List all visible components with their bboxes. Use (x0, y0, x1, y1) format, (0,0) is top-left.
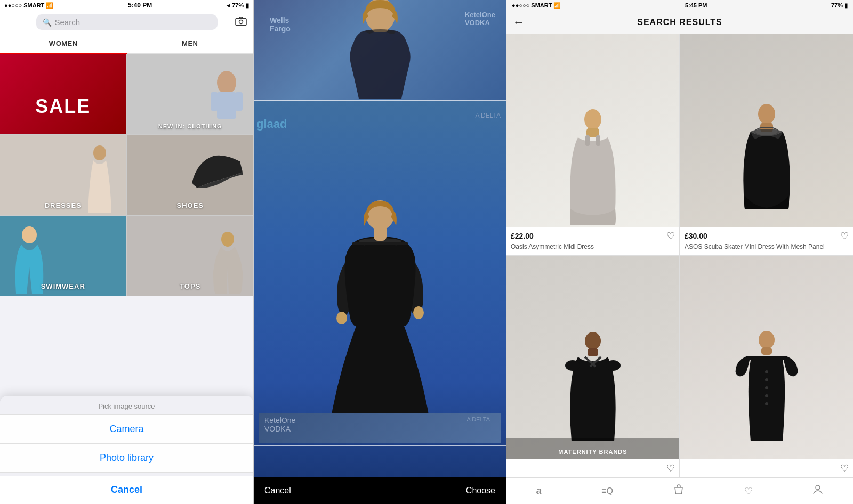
results-nav: ← SEARCH RESULTS (506, 11, 853, 34)
svg-point-8 (221, 232, 234, 247)
nav-search[interactable]: ≡Q (601, 486, 613, 496)
picker-cancel-button[interactable]: Cancel (264, 486, 291, 495)
result-price-1: £22.00 (511, 232, 534, 240)
svg-point-13 (336, 312, 347, 324)
panel3-search-results: ●●○○○ SMART 📶 5:45 PM 77% ▮ ← SEARCH RES… (506, 0, 853, 504)
result-name-1: Oasis Asymmetric Midi Dress (511, 243, 675, 251)
svg-point-38 (765, 402, 768, 405)
result-item-3[interactable]: MATERNITY BRANDS ♡ (506, 256, 679, 477)
modal-title: Pick image source (0, 396, 253, 415)
grid-item-dresses[interactable]: DRESSES (0, 135, 126, 215)
battery-icon-p3: ▮ (844, 2, 848, 9)
dresses-label: DRESSES (0, 201, 126, 209)
svg-rect-20 (585, 135, 590, 146)
bag-icon (673, 484, 685, 498)
wishlist-icon-4[interactable]: ♡ (840, 462, 849, 474)
svg-rect-15 (352, 242, 408, 245)
nav-bag[interactable] (673, 484, 685, 498)
result-info-1: £22.00 ♡ Oasis Asymmetric Midi Dress (506, 227, 679, 255)
result-item-1[interactable]: £22.00 ♡ Oasis Asymmetric Midi Dress (506, 34, 679, 255)
grid-item-sale[interactable]: SALE (0, 54, 126, 134)
svg-rect-5 (235, 92, 243, 111)
cancel-button[interactable]: Cancel (0, 476, 253, 504)
nav-account[interactable] (812, 484, 823, 498)
search-magnifier-icon: 🔍 (43, 18, 52, 27)
glaad-text: glaad (256, 117, 287, 131)
signal-dots-p3: ●●○○○ (512, 2, 529, 9)
result-info-3: ♡ (506, 459, 679, 477)
heart-nav-icon: ♡ (744, 485, 753, 497)
signal-dots: ●●○○○ (4, 2, 22, 9)
status-time: 5:40 PM (128, 2, 152, 9)
result-info-2: £30.00 ♡ ASOS Scuba Skater Mini Dress Wi… (680, 227, 853, 255)
account-icon (812, 484, 823, 498)
grid-item-shoes[interactable]: SHOES (127, 135, 254, 215)
status-carrier-p3: ●●○○○ SMART 📶 (512, 2, 561, 9)
search-nav-icon: ≡Q (601, 486, 613, 496)
location-icon: ◂ (227, 2, 230, 9)
nav-home[interactable]: a (536, 485, 542, 497)
results-grid: £22.00 ♡ Oasis Asymmetric Midi Dress (506, 34, 853, 477)
wifi-icon: 📶 (46, 2, 53, 9)
grid-item-tops[interactable]: TOPS (127, 216, 254, 296)
svg-rect-3 (217, 92, 236, 119)
selection-line-bottom (254, 445, 506, 446)
carrier-name: SMART (23, 2, 44, 9)
svg-point-36 (765, 386, 768, 389)
wifi-icon-p3: 📶 (553, 2, 561, 9)
delta-bottom-text: A DELTA (466, 416, 490, 422)
grid-item-swimwear[interactable]: SWIMWEAR (0, 216, 126, 296)
camera-option[interactable]: Camera (0, 415, 253, 444)
svg-point-35 (765, 378, 768, 381)
search-input-container[interactable]: 🔍 Search (36, 14, 218, 30)
svg-point-7 (22, 226, 37, 243)
result-item-4[interactable]: ♡ (680, 256, 853, 477)
svg-rect-33 (745, 356, 788, 360)
panel1-shopping-app: ●●○○○ SMART 📶 5:40 PM ◂ 77% ▮ 🔍 Search W… (0, 0, 254, 504)
svg-point-39 (816, 485, 820, 490)
status-bar-panel1: ●●○○○ SMART 📶 5:40 PM ◂ 77% ▮ (0, 0, 253, 11)
tops-label: TOPS (127, 282, 254, 290)
tab-men[interactable]: MEN (127, 34, 254, 54)
panel2-image-picker: WellsFargo KetelOneVODKA (254, 0, 506, 504)
bottom-nav: a ≡Q ♡ (506, 477, 853, 504)
svg-rect-32 (761, 347, 772, 355)
battery-p3: 77% (831, 2, 843, 9)
status-bar-panel3: ●●○○○ SMART 📶 5:45 PM 77% ▮ (506, 0, 853, 11)
svg-point-25 (585, 332, 601, 350)
shoes-label: SHOES (127, 201, 254, 209)
status-time-p3: 5:45 PM (685, 2, 707, 9)
search-bar: 🔍 Search (0, 11, 253, 34)
wishlist-icon-3[interactable]: ♡ (666, 462, 675, 474)
result-price-2: £30.00 (685, 232, 707, 240)
picker-choose-button[interactable]: Choose (466, 486, 495, 495)
result-info-4: ♡ (680, 459, 853, 477)
delta-text: A DELTA (475, 112, 501, 119)
swimwear-label: SWIMWEAR (0, 282, 126, 290)
wishlist-icon-2[interactable]: ♡ (840, 230, 849, 242)
tab-women[interactable]: WOMEN (0, 34, 127, 54)
battery-percent: 77% (232, 2, 244, 9)
svg-rect-21 (596, 135, 600, 146)
wishlist-icon-1[interactable]: ♡ (666, 230, 675, 242)
image-controls-bar: Cancel Choose (254, 477, 506, 504)
maternity-label: MATERNITY BRANDS (512, 449, 674, 455)
result-image-4 (680, 256, 853, 459)
result-item-2[interactable]: £30.00 ♡ ASOS Scuba Skater Mini Dress Wi… (680, 34, 853, 255)
ketel-one-text: KetelOneVODKA (465, 11, 495, 27)
category-tabs: WOMEN MEN (0, 34, 253, 54)
result-name-2: ASOS Scuba Skater Mini Dress With Mesh P… (685, 243, 849, 251)
nav-wishlist[interactable]: ♡ (744, 485, 753, 497)
newclothing-label: NEW IN: CLOTHING (127, 123, 254, 129)
grid-item-newclothing[interactable]: NEW IN: CLOTHING (127, 54, 254, 134)
svg-point-29 (565, 360, 580, 371)
result-image-3: MATERNITY BRANDS (506, 256, 679, 459)
svg-rect-26 (588, 348, 598, 356)
photo-library-option[interactable]: Photo library (0, 444, 253, 473)
back-button[interactable]: ← (513, 15, 525, 29)
svg-point-2 (217, 71, 236, 94)
camera-button[interactable] (235, 16, 247, 28)
battery-icon: ▮ (246, 2, 249, 9)
category-grid: SALE NEW IN: CLOTHING DRESSE (0, 54, 253, 296)
svg-point-14 (413, 306, 424, 319)
